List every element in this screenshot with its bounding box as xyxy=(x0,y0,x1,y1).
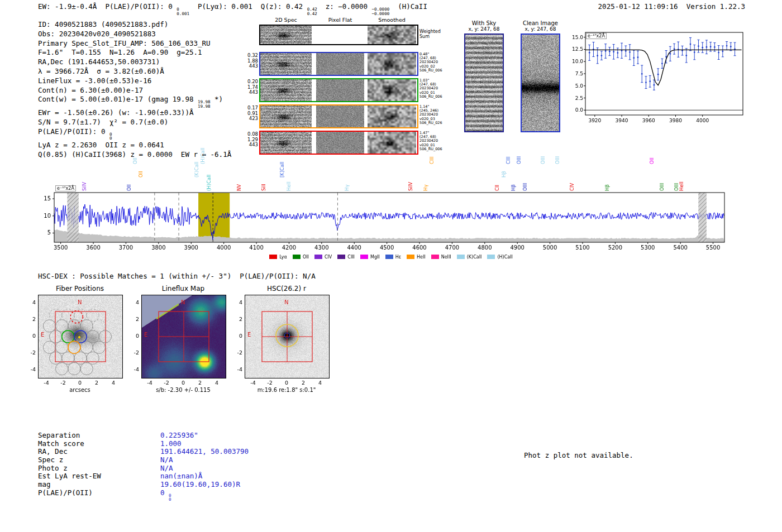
spectrum-x-tick: 4300 xyxy=(312,245,332,251)
sky-panel-title: Clean Image xyxy=(517,20,564,26)
fiber-circle xyxy=(74,352,87,364)
spectral-line-label: Hγ xyxy=(344,185,350,191)
text-segment: Obs: 20230420v020_4090521883 xyxy=(38,30,156,38)
cutout-title: HSC(26.2) r xyxy=(233,285,340,293)
fiber-circle-dashed xyxy=(62,309,74,322)
spectrum-x-tick: 5000 xyxy=(540,245,560,251)
spectrum-x-tick: 3600 xyxy=(83,245,103,251)
match-field-label: RA, Dec xyxy=(38,447,68,456)
fiber-circle xyxy=(99,330,111,343)
legend-label: MgII xyxy=(370,255,380,260)
fiber-circle xyxy=(93,341,105,353)
stacked-fraction: 0.420.42 xyxy=(307,7,317,16)
info-line: P(LAE)/P(OII): 0 00 xyxy=(38,127,231,141)
smoothed-image xyxy=(368,26,416,44)
legend-item: (K)CaII xyxy=(457,255,482,260)
text-segment: Primary Spec_Slot_IFU_AMP: 506_106_033_R… xyxy=(38,39,211,47)
compass-north-label: N xyxy=(78,299,82,305)
cutout-x-tick: 0 xyxy=(281,380,292,386)
masked-band xyxy=(698,193,707,242)
hsc-image-panel xyxy=(245,295,330,378)
spec2d-row xyxy=(259,104,418,128)
legend-swatch xyxy=(337,255,345,259)
match-field-label: mag xyxy=(38,480,51,488)
stacked-fraction: −0.0000−0.0000 xyxy=(372,7,390,16)
compass-north-label: N xyxy=(284,299,288,305)
spectral-line-label: (H)CaII xyxy=(206,175,212,191)
cutout-x-tick: -4 xyxy=(144,380,155,386)
spectral-line-label: (H)CaII xyxy=(200,148,206,164)
spectrum-x-tick: 4400 xyxy=(344,245,364,251)
spectrum-y-tick: 15 xyxy=(41,195,51,202)
spectral-line-label: CIV xyxy=(569,183,575,191)
spectrum-x-tick: 4500 xyxy=(377,245,397,251)
pixelflat-image xyxy=(316,53,364,75)
sky-image-panels: With Skyx, y: 247, 68Clean Imagex, y: 24… xyxy=(458,20,570,140)
spectral-line-label: OIII xyxy=(659,183,665,191)
cutout-x-tick: 4 xyxy=(211,380,222,386)
fiber-circle-colored xyxy=(68,341,80,353)
legend-swatch xyxy=(360,255,368,259)
fiber-circle xyxy=(62,352,74,364)
detection-highlight-band xyxy=(198,193,230,242)
cutout-y-tick: 0 xyxy=(232,333,242,339)
cutout-x-label: s/b: -2.30 +/- 0.115 xyxy=(130,387,236,393)
spectral-line-label: SiIV xyxy=(82,182,87,191)
spectral-line-label: OIII xyxy=(540,156,546,164)
legend-label: Lyα xyxy=(279,255,287,260)
legend-swatch xyxy=(487,255,495,259)
spectral-line-label: SiII xyxy=(261,184,266,191)
text-segment: S/N = 9.7(±1.7) χ² = 0.7(±0.0) xyxy=(38,118,168,126)
fiber-circle-colored xyxy=(62,330,74,343)
spectrum-x-tick: 4100 xyxy=(246,245,266,251)
spectrum-x-tick: 5100 xyxy=(573,245,593,251)
spec2d-image xyxy=(260,106,312,127)
smoothed-image xyxy=(368,106,416,127)
spectrum-x-tick: 3700 xyxy=(116,245,136,251)
text-segment: LineFlux = -3.00(±0.53)e-16 xyxy=(38,76,151,85)
spectral-line-label: OII xyxy=(126,184,132,191)
elixer-detection-report: EW: -1.9±-0.4Å P(LAE)/P(OII): 0 00.001 P… xyxy=(0,0,782,532)
compass-east-label: E xyxy=(144,332,147,338)
cutout-x-tick: 2 xyxy=(298,380,309,386)
spec2d-row-stats: 0.081.29443 xyxy=(246,132,258,148)
cutout-overlay xyxy=(142,295,226,378)
spec2d-row-stats: 0.170.91423 xyxy=(246,106,258,122)
legend-label: CIII xyxy=(347,255,355,260)
fiber-circle xyxy=(56,341,68,353)
pixelflat-image xyxy=(316,106,364,127)
legend-item: NeIII xyxy=(431,255,451,260)
fiber-circle-dashed xyxy=(93,320,105,332)
cutout-y-tick: 4 xyxy=(232,299,242,305)
spectrum-legend: LyαOIICIVCIIIMgIIHεHeIINeIII(K)CaII(H)Ca… xyxy=(47,251,735,261)
fiber-circle-dashed xyxy=(87,309,99,322)
with-sky-image xyxy=(464,33,504,132)
spectral-line-label: [K]CaII xyxy=(279,162,285,178)
spec2d-row-label: 1.03"(247, 68)20230420v020_01506_RU_006 xyxy=(419,79,442,99)
spectral-line-label: CIII xyxy=(506,157,511,164)
match-field-label: P(LAE)/P(OII) xyxy=(38,488,93,497)
cutout-title: Fiber Positions xyxy=(27,285,133,293)
info-line: F=1.6" T=0.155 N=1.26 A=0.90 g=25.1 xyxy=(38,48,231,57)
spec2d-row xyxy=(259,52,418,76)
legend-item: Hε xyxy=(385,255,401,260)
fit-x-tick: 3960 xyxy=(641,118,656,123)
spec2d-image xyxy=(260,53,312,75)
legend-swatch xyxy=(457,255,465,259)
cutout-x-tick: 2 xyxy=(91,380,102,386)
legend-label: Hε xyxy=(395,255,401,260)
fit-x-tick: 3940 xyxy=(614,118,630,123)
spectral-line-label: OII xyxy=(138,171,144,178)
fiber-circle xyxy=(43,320,55,332)
stat-value: 443 xyxy=(246,90,258,95)
legend-swatch xyxy=(431,255,439,259)
fit-y-tick: 15.0 xyxy=(569,35,583,40)
info-line: ID: 4090521883 (4090521883.pdf) xyxy=(38,20,231,30)
stat-value: 443 xyxy=(246,64,258,69)
sky-canvas xyxy=(522,35,559,131)
spectrum-x-tick: 3800 xyxy=(149,245,169,251)
info-line: EWr = -1.50(±0.26) (w: -1.90(±0.33))Å xyxy=(38,108,231,118)
text-segment: λ = 3966.72Å σ = 3.82(±0.60)Å xyxy=(38,67,164,75)
compass-east-label: E xyxy=(247,332,251,338)
line-fit-plot: 392039403960398040000.02.55.07.510.012.5… xyxy=(559,27,754,127)
